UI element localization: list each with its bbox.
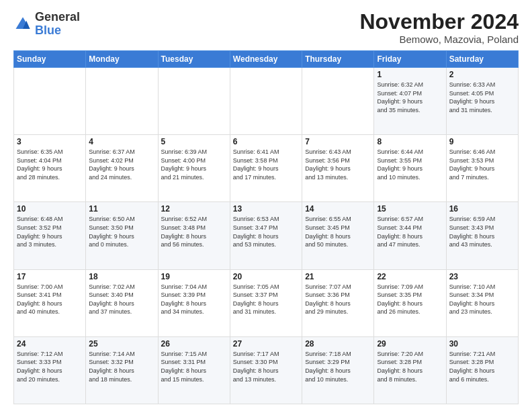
calendar-cell-1-3 <box>158 68 230 135</box>
calendar-cell-1-7: 2Sunrise: 6:33 AMSunset: 4:05 PMDaylight… <box>446 68 518 135</box>
day-info: Sunrise: 6:57 AMSunset: 3:44 PMDaylight:… <box>377 215 443 248</box>
day-info: Sunrise: 6:33 AMSunset: 4:05 PMDaylight:… <box>449 81 515 114</box>
day-number: 22 <box>377 272 443 281</box>
day-info: Sunrise: 7:18 AMSunset: 3:29 PMDaylight:… <box>305 350 371 383</box>
header-friday: Friday <box>374 51 446 68</box>
day-info: Sunrise: 7:15 AMSunset: 3:31 PMDaylight:… <box>161 350 227 383</box>
day-info: Sunrise: 6:32 AMSunset: 4:07 PMDaylight:… <box>377 81 443 114</box>
day-number: 15 <box>377 204 443 214</box>
day-info: Sunrise: 6:35 AMSunset: 4:04 PMDaylight:… <box>17 148 83 181</box>
calendar-cell-4-4: 20Sunrise: 7:05 AMSunset: 3:37 PMDayligh… <box>230 269 302 336</box>
calendar-cell-4-6: 22Sunrise: 7:09 AMSunset: 3:35 PMDayligh… <box>374 269 446 336</box>
header-row: Sunday Monday Tuesday Wednesday Thursday… <box>14 51 519 68</box>
day-number: 10 <box>17 204 83 214</box>
day-info: Sunrise: 7:12 AMSunset: 3:33 PMDaylight:… <box>17 350 83 383</box>
day-number: 23 <box>449 272 515 281</box>
calendar-cell-5-6: 29Sunrise: 7:20 AMSunset: 3:28 PMDayligh… <box>374 336 446 404</box>
calendar-cell-4-3: 19Sunrise: 7:04 AMSunset: 3:39 PMDayligh… <box>158 269 230 336</box>
calendar-cell-1-5 <box>302 68 374 135</box>
day-number: 14 <box>305 204 371 214</box>
day-number: 1 <box>377 70 443 79</box>
calendar-body: 1Sunrise: 6:32 AMSunset: 4:07 PMDaylight… <box>14 68 519 404</box>
day-number: 28 <box>305 339 371 349</box>
day-number: 19 <box>161 272 227 281</box>
day-info: Sunrise: 7:07 AMSunset: 3:36 PMDaylight:… <box>305 283 371 316</box>
header: General Blue November 2024 Bemowo, Mazov… <box>13 11 519 45</box>
day-info: Sunrise: 7:14 AMSunset: 3:32 PMDaylight:… <box>89 350 154 383</box>
calendar-cell-5-1: 24Sunrise: 7:12 AMSunset: 3:33 PMDayligh… <box>14 336 86 404</box>
day-number: 5 <box>161 137 227 146</box>
day-info: Sunrise: 7:05 AMSunset: 3:37 PMDaylight:… <box>233 283 299 316</box>
header-thursday: Thursday <box>302 51 374 68</box>
logo: General Blue <box>13 11 80 38</box>
day-info: Sunrise: 6:41 AMSunset: 3:58 PMDaylight:… <box>233 148 299 181</box>
week-row-1: 1Sunrise: 6:32 AMSunset: 4:07 PMDaylight… <box>14 68 519 135</box>
day-info: Sunrise: 6:59 AMSunset: 3:43 PMDaylight:… <box>449 215 515 248</box>
day-info: Sunrise: 6:43 AMSunset: 3:56 PMDaylight:… <box>305 148 371 181</box>
day-number: 8 <box>377 137 443 146</box>
day-info: Sunrise: 6:50 AMSunset: 3:50 PMDaylight:… <box>89 215 154 248</box>
week-row-5: 24Sunrise: 7:12 AMSunset: 3:33 PMDayligh… <box>14 336 519 404</box>
day-number: 27 <box>233 339 299 349</box>
logo-text: General Blue <box>35 11 80 38</box>
day-info: Sunrise: 6:46 AMSunset: 3:53 PMDaylight:… <box>449 148 515 181</box>
day-info: Sunrise: 6:53 AMSunset: 3:47 PMDaylight:… <box>233 215 299 248</box>
day-number: 12 <box>161 204 227 214</box>
header-tuesday: Tuesday <box>158 51 230 68</box>
day-info: Sunrise: 7:21 AMSunset: 3:28 PMDaylight:… <box>449 350 515 383</box>
calendar-cell-2-2: 4Sunrise: 6:37 AMSunset: 4:02 PMDaylight… <box>86 135 158 202</box>
calendar-cell-4-7: 23Sunrise: 7:10 AMSunset: 3:34 PMDayligh… <box>446 269 518 336</box>
calendar-cell-4-1: 17Sunrise: 7:00 AMSunset: 3:41 PMDayligh… <box>14 269 86 336</box>
header-saturday: Saturday <box>446 51 518 68</box>
calendar-cell-2-5: 7Sunrise: 6:43 AMSunset: 3:56 PMDaylight… <box>302 135 374 202</box>
day-info: Sunrise: 7:17 AMSunset: 3:30 PMDaylight:… <box>233 350 299 383</box>
page: General Blue November 2024 Bemowo, Mazov… <box>0 0 532 411</box>
calendar-cell-5-3: 26Sunrise: 7:15 AMSunset: 3:31 PMDayligh… <box>158 336 230 404</box>
day-number: 29 <box>377 339 443 349</box>
day-number: 7 <box>305 137 371 146</box>
day-info: Sunrise: 7:04 AMSunset: 3:39 PMDaylight:… <box>161 283 227 316</box>
calendar-cell-4-2: 18Sunrise: 7:02 AMSunset: 3:40 PMDayligh… <box>86 269 158 336</box>
calendar-cell-4-5: 21Sunrise: 7:07 AMSunset: 3:36 PMDayligh… <box>302 269 374 336</box>
day-number: 16 <box>449 204 515 214</box>
calendar-cell-5-5: 28Sunrise: 7:18 AMSunset: 3:29 PMDayligh… <box>302 336 374 404</box>
calendar-cell-5-4: 27Sunrise: 7:17 AMSunset: 3:30 PMDayligh… <box>230 336 302 404</box>
calendar-cell-1-2 <box>86 68 158 135</box>
day-number: 25 <box>89 339 154 349</box>
month-title: November 2024 <box>359 11 519 32</box>
day-number: 20 <box>233 272 299 281</box>
calendar-cell-1-1 <box>14 68 86 135</box>
calendar-cell-3-2: 11Sunrise: 6:50 AMSunset: 3:50 PMDayligh… <box>86 202 158 269</box>
location-subtitle: Bemowo, Mazovia, Poland <box>359 34 519 45</box>
day-number: 9 <box>449 137 515 146</box>
day-info: Sunrise: 7:00 AMSunset: 3:41 PMDaylight:… <box>17 283 83 316</box>
day-number: 17 <box>17 272 83 281</box>
day-number: 26 <box>161 339 227 349</box>
title-area: November 2024 Bemowo, Mazovia, Poland <box>359 11 519 45</box>
day-number: 21 <box>305 272 371 281</box>
day-number: 6 <box>233 137 299 146</box>
day-info: Sunrise: 6:55 AMSunset: 3:45 PMDaylight:… <box>305 215 371 248</box>
day-info: Sunrise: 6:52 AMSunset: 3:48 PMDaylight:… <box>161 215 227 248</box>
day-number: 13 <box>233 204 299 214</box>
calendar-cell-3-7: 16Sunrise: 6:59 AMSunset: 3:43 PMDayligh… <box>446 202 518 269</box>
day-number: 18 <box>89 272 154 281</box>
calendar-cell-3-1: 10Sunrise: 6:48 AMSunset: 3:52 PMDayligh… <box>14 202 86 269</box>
calendar-cell-2-7: 9Sunrise: 6:46 AMSunset: 3:53 PMDaylight… <box>446 135 518 202</box>
calendar-cell-5-2: 25Sunrise: 7:14 AMSunset: 3:32 PMDayligh… <box>86 336 158 404</box>
calendar-table: Sunday Monday Tuesday Wednesday Thursday… <box>13 50 519 404</box>
header-wednesday: Wednesday <box>230 51 302 68</box>
calendar-cell-3-3: 12Sunrise: 6:52 AMSunset: 3:48 PMDayligh… <box>158 202 230 269</box>
week-row-2: 3Sunrise: 6:35 AMSunset: 4:04 PMDaylight… <box>14 135 519 202</box>
calendar-cell-1-4 <box>230 68 302 135</box>
calendar-cell-2-6: 8Sunrise: 6:44 AMSunset: 3:55 PMDaylight… <box>374 135 446 202</box>
day-number: 4 <box>89 137 154 146</box>
calendar-cell-1-6: 1Sunrise: 6:32 AMSunset: 4:07 PMDaylight… <box>374 68 446 135</box>
week-row-3: 10Sunrise: 6:48 AMSunset: 3:52 PMDayligh… <box>14 202 519 269</box>
header-monday: Monday <box>86 51 158 68</box>
header-sunday: Sunday <box>14 51 86 68</box>
logo-general-text: General <box>35 11 80 24</box>
day-info: Sunrise: 7:10 AMSunset: 3:34 PMDaylight:… <box>449 283 515 316</box>
day-number: 11 <box>89 204 154 214</box>
day-number: 2 <box>449 70 515 79</box>
